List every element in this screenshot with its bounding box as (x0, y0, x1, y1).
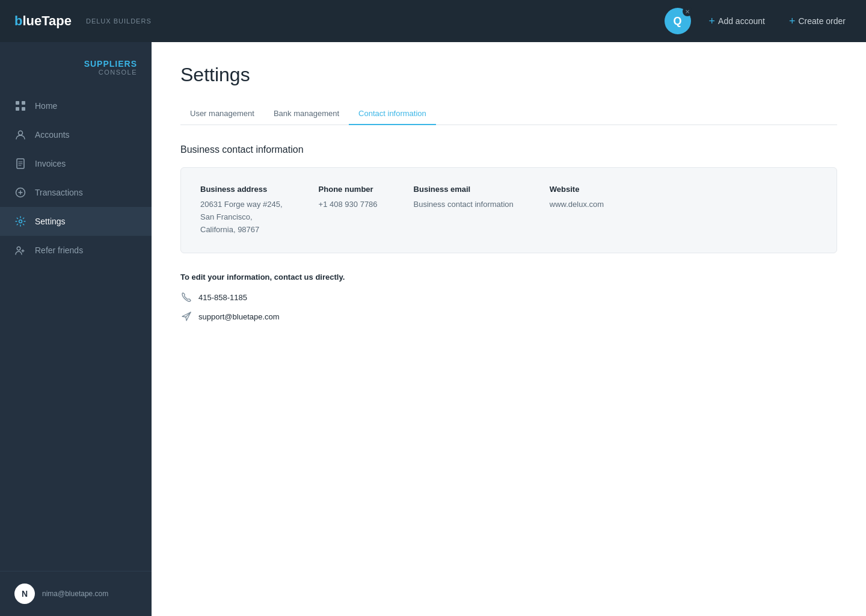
settings-icon (14, 215, 26, 227)
sidebar-invoices-label: Invoices (35, 159, 66, 168)
support-phone: 415-858-1185 (198, 293, 247, 302)
phone-value: +1 408 930 7786 (319, 199, 378, 211)
email-value: Business contact information (414, 199, 514, 211)
refer-friends-icon (14, 244, 26, 256)
topnav-right: Q ✕ + Add account + Create order (665, 8, 852, 34)
address-label: Business address (200, 185, 283, 194)
tab-bank-management[interactable]: Bank management (264, 103, 349, 125)
add-account-button[interactable]: + Add account (703, 11, 771, 31)
sidebar-brand: SUPPLIERS (14, 59, 137, 69)
support-email-item: support@bluetape.com (180, 310, 837, 322)
main-content: Settings User management Bank management… (152, 42, 866, 616)
business-info-card: Business address 20631 Forge way #245,Sa… (180, 167, 837, 253)
sidebar-item-accounts[interactable]: Accounts (0, 120, 152, 149)
phone-label: Phone number (319, 185, 378, 194)
email-send-icon (180, 310, 192, 322)
sidebar-footer: N nima@bluetape.com (0, 571, 152, 616)
user-avatar-button[interactable]: Q ✕ (665, 8, 691, 34)
phone-col: Phone number +1 408 930 7786 (319, 185, 378, 236)
plus-icon: + (709, 15, 716, 28)
avatar-letter: Q (674, 15, 682, 28)
settings-tabs: User management Bank management Contact … (180, 103, 837, 125)
sidebar-accounts-label: Accounts (35, 130, 70, 140)
accounts-icon (14, 129, 26, 141)
company-name: DELUX BUILDERS (86, 17, 152, 25)
user-email: nima@bluetape.com (42, 590, 108, 598)
svg-rect-1 (22, 101, 25, 105)
phone-icon (180, 291, 192, 303)
website-value: www.delux.com (550, 199, 604, 211)
page-title: Settings (180, 64, 837, 86)
sidebar-header: SUPPLIERS CONSOLE (0, 48, 152, 82)
sidebar: SUPPLIERS CONSOLE Home (0, 42, 152, 616)
plus-icon-2: + (789, 15, 796, 28)
top-navigation: blueTape DELUX BUILDERS Q ✕ + Add accoun… (0, 0, 866, 42)
website-col: Website www.delux.com (550, 185, 604, 236)
support-email: support@bluetape.com (198, 312, 280, 321)
close-badge: ✕ (683, 7, 692, 16)
email-col: Business email Business contact informat… (414, 185, 514, 236)
sidebar-nav: Home Accounts (0, 91, 152, 571)
sidebar-item-invoices[interactable]: Invoices (0, 149, 152, 178)
email-label: Business email (414, 185, 514, 194)
sidebar-console: CONSOLE (14, 69, 137, 76)
sidebar-item-settings[interactable]: Settings (0, 207, 152, 236)
svg-rect-3 (22, 107, 25, 111)
logo: blueTape (14, 13, 72, 29)
create-order-label: Create order (798, 16, 846, 26)
sidebar-home-label: Home (35, 101, 57, 111)
invoices-icon (14, 158, 26, 170)
sidebar-item-home[interactable]: Home (0, 91, 152, 120)
support-phone-item: 415-858-1185 (180, 291, 837, 303)
edit-note: To edit your information, contact us dir… (180, 273, 837, 282)
tab-user-management[interactable]: User management (180, 103, 264, 125)
svg-rect-0 (16, 101, 19, 105)
sidebar-settings-label: Settings (35, 217, 66, 226)
svg-point-11 (17, 247, 20, 250)
sidebar-item-transactions[interactable]: Transactions (0, 178, 152, 207)
sidebar-item-refer-friends[interactable]: Refer friends (0, 236, 152, 265)
website-label: Website (550, 185, 604, 194)
section-title: Business contact information (180, 144, 837, 155)
sidebar-refer-label: Refer friends (35, 245, 83, 255)
svg-point-10 (19, 220, 22, 223)
home-icon (14, 100, 26, 112)
svg-rect-2 (16, 107, 19, 111)
address-col: Business address 20631 Forge way #245,Sa… (200, 185, 283, 236)
logo-area: blueTape DELUX BUILDERS (14, 13, 152, 29)
add-account-label: Add account (718, 16, 765, 26)
tab-contact-information[interactable]: Contact information (349, 103, 436, 125)
svg-point-4 (19, 131, 23, 135)
main-layout: SUPPLIERS CONSOLE Home (0, 42, 866, 616)
create-order-button[interactable]: + Create order (783, 11, 852, 31)
user-avatar: N (14, 584, 35, 604)
address-value: 20631 Forge way #245,San Francisco,Calif… (200, 199, 283, 236)
transactions-icon (14, 186, 26, 199)
sidebar-transactions-label: Transactions (35, 188, 83, 197)
